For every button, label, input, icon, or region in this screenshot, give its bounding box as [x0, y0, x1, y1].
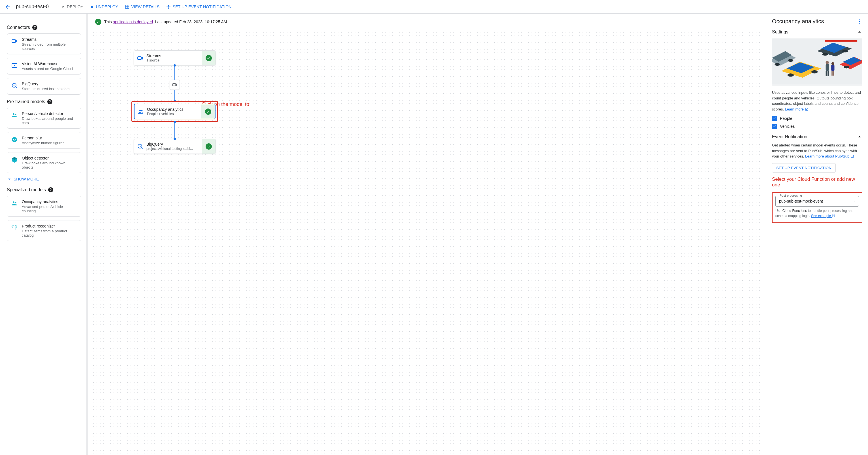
undeploy-label: UNDEPLOY [96, 4, 118, 9]
svg-rect-37 [831, 65, 834, 71]
pretrained-title: Pre-trained models [7, 99, 45, 104]
model-product-recognizer[interactable]: Product recognizerDetect items from a pr… [7, 220, 81, 241]
face-icon [11, 136, 18, 143]
svg-rect-15 [137, 57, 141, 60]
app-title: pub-sub-test-0 [16, 4, 49, 10]
node-sub: 1 source [147, 58, 194, 62]
deploy-button[interactable]: DEPLOY [60, 2, 84, 11]
svg-point-36 [832, 62, 834, 65]
setup-event-top-button[interactable]: SET UP EVENT NOTIFICATION [165, 2, 232, 11]
svg-rect-33 [826, 64, 829, 70]
svg-point-12 [15, 139, 16, 140]
svg-rect-38 [832, 71, 833, 75]
svg-point-30 [811, 70, 818, 73]
chevron-down-icon [852, 200, 856, 203]
svg-point-22 [859, 23, 860, 24]
card-sub: Draw boxes around people and cars [22, 116, 77, 125]
model-person-vehicle[interactable]: Person/vehicle detectorDraw boxes around… [7, 108, 81, 129]
svg-point-28 [842, 50, 848, 53]
event-section-toggle[interactable]: Event Notification [772, 134, 862, 140]
card-sub: Draw boxes around known objects [22, 161, 77, 170]
checkbox-icon [772, 124, 777, 129]
card-sub: Advanced person/vehicle counting [22, 205, 77, 213]
connector-warehouse[interactable]: Vision AI WarehouseAssets stored on Goog… [7, 58, 81, 74]
connector-bigquery[interactable]: BigQueryStore structured insights data [7, 78, 81, 95]
help-icon[interactable]: ? [32, 25, 37, 30]
card-title: BigQuery [22, 82, 70, 86]
svg-rect-34 [826, 71, 827, 76]
show-more-button[interactable]: SHOW MORE [7, 177, 81, 182]
camera-icon [134, 55, 147, 61]
post-processing-hint: Use Cloud Functions to handle post-proce… [775, 208, 859, 218]
checkbox-vehicles[interactable]: Vehicles [772, 124, 862, 129]
view-details-button[interactable]: VIEW DETAILS [124, 2, 161, 11]
bigquery-icon [11, 82, 18, 89]
deploy-label: DEPLOY [67, 4, 83, 9]
people-icon [134, 108, 147, 115]
card-sub: Detect items from a product catalog [22, 229, 77, 237]
post-processing-highlight: Post-processing pub-sub-test-mock-event … [772, 192, 862, 223]
svg-rect-16 [173, 84, 176, 86]
card-title: Person/vehicle detector [22, 111, 77, 116]
svg-rect-35 [828, 71, 829, 76]
help-icon[interactable]: ? [48, 187, 53, 192]
bigquery-icon [134, 143, 147, 150]
node-bigquery[interactable]: BigQueryprojects/visionai-testing-stabl.… [134, 139, 216, 154]
svg-point-8 [13, 113, 14, 115]
pubsub-link[interactable]: Learn more about Pub/Sub [805, 154, 854, 158]
see-example-link[interactable]: See example [811, 214, 835, 218]
card-sub: Stream video from multiple sources [22, 42, 77, 51]
card-title: Occupancy analytics [22, 200, 77, 204]
node-occupancy[interactable]: Occupancy analyticsPeople + vehicles [134, 104, 216, 119]
settings-description: Uses advanced inputs like zones or lines… [772, 90, 862, 112]
model-person-blur[interactable]: Person blurAnonymize human figures [7, 132, 81, 149]
svg-point-11 [13, 139, 14, 140]
node-streams[interactable]: Streams1 source [134, 51, 216, 65]
post-processing-select[interactable]: Post-processing pub-sub-test-mock-event [775, 196, 859, 207]
status-check-icon [95, 19, 101, 25]
learn-more-link[interactable]: Learn more [785, 107, 809, 111]
play-box-icon [11, 62, 18, 69]
event-title: Event Notification [772, 134, 807, 140]
back-button[interactable] [4, 3, 11, 10]
checkbox-people[interactable]: People [772, 116, 862, 121]
checkbox-label: Vehicles [780, 124, 795, 129]
undeploy-button[interactable]: UNDEPLOY [89, 2, 119, 11]
svg-point-13 [13, 202, 14, 203]
select-value: pub-sub-test-mock-event [779, 199, 855, 204]
chevron-up-icon [857, 29, 862, 35]
svg-point-18 [141, 110, 143, 111]
view-details-label: VIEW DETAILS [131, 4, 159, 9]
svg-point-20 [859, 19, 860, 20]
connector-streams[interactable]: StreamsStream video from multiple source… [7, 33, 81, 54]
svg-point-17 [139, 110, 141, 111]
more-menu-button[interactable] [857, 19, 862, 24]
camera-icon [11, 38, 18, 44]
cube-icon [11, 156, 18, 163]
settings-section-toggle[interactable]: Settings [772, 29, 862, 35]
setup-event-button[interactable]: SET UP EVENT NOTIFICATION [772, 163, 836, 173]
card-sub: Assets stored on Google Cloud [22, 67, 73, 71]
show-more-label: SHOW MORE [13, 177, 39, 181]
node-status-icon [202, 104, 215, 119]
illustration [772, 38, 862, 86]
status-link[interactable]: application is deployed [113, 20, 153, 24]
svg-point-32 [826, 61, 829, 64]
card-title: Streams [22, 37, 77, 42]
svg-point-31 [844, 66, 849, 68]
svg-point-25 [788, 59, 793, 62]
model-object-detector[interactable]: Object detectorDraw boxes around known o… [7, 152, 81, 173]
specialized-title: Specialized models [7, 187, 46, 192]
chevron-up-icon [857, 134, 862, 140]
node-title: BigQuery [147, 142, 202, 147]
settings-title: Settings [772, 29, 788, 35]
annotation-select-function: Select your Cloud Function or add new on… [772, 177, 862, 188]
node-status-icon [202, 51, 216, 65]
video-processor-icon[interactable] [169, 80, 180, 90]
help-icon[interactable]: ? [47, 99, 52, 104]
checkbox-label: People [780, 116, 793, 121]
svg-point-21 [859, 21, 860, 22]
model-occupancy[interactable]: Occupancy analyticsAdvanced person/vehic… [7, 196, 81, 217]
svg-point-9 [15, 114, 17, 115]
card-title: Person blur [22, 136, 64, 140]
